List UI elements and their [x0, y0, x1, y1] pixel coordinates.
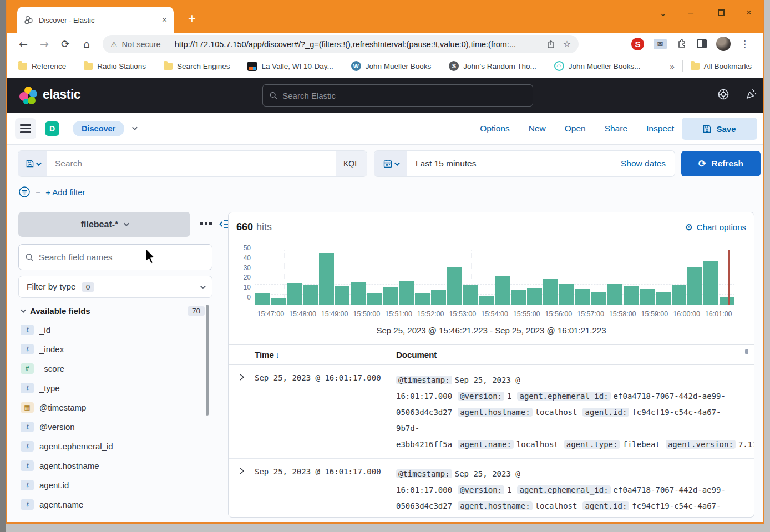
reload-icon[interactable]: ⟳ [55, 38, 76, 50]
bookmark-item[interactable]: Radio Stations [84, 62, 146, 70]
global-search-box[interactable] [262, 84, 533, 107]
histogram-bar[interactable] [255, 293, 270, 305]
share-icon[interactable] [546, 40, 555, 49]
histogram-bar[interactable] [287, 283, 302, 305]
field-item[interactable]: t_index [21, 343, 204, 355]
field-search-input[interactable] [39, 252, 205, 262]
bookmark-item[interactable]: Search Engines [164, 62, 230, 70]
hamburger-menu-button[interactable] [15, 118, 36, 139]
expand-row-icon[interactable] [239, 467, 245, 475]
histogram-bar[interactable] [687, 267, 702, 305]
profile-avatar[interactable] [716, 37, 731, 51]
bookmark-item[interactable]: SJohn's Random Tho... [449, 61, 536, 71]
back-icon[interactable]: ← [13, 38, 34, 50]
available-fields-header[interactable]: Available fields 70 [21, 306, 212, 316]
space-avatar[interactable]: D [45, 121, 59, 136]
address-bar[interactable]: ⚠ Not secure http://172.105.7.150/app/di… [103, 35, 579, 53]
chart-options-button[interactable]: ⚙ Chart options [685, 222, 746, 232]
field-item[interactable]: tagent.hostname [21, 459, 204, 472]
histogram-bar[interactable] [527, 288, 542, 305]
document-field-badge[interactable]: @version: [458, 392, 504, 401]
histogram-bar[interactable] [543, 279, 558, 305]
app-link-inspect[interactable]: Inspect [646, 124, 674, 134]
histogram-bar[interactable] [559, 284, 574, 305]
bookmark-item[interactable]: ◠John Mueller Books... [554, 61, 641, 71]
field-item[interactable]: #_score [21, 362, 204, 374]
field-item[interactable]: tagent.name [21, 498, 204, 510]
breadcrumb[interactable]: Discover [73, 121, 124, 136]
window-close-button[interactable]: × [738, 4, 760, 21]
chevron-down-icon[interactable] [132, 125, 138, 130]
tab-close-icon[interactable]: × [162, 15, 167, 25]
window-menu-icon[interactable]: ⌄ [652, 4, 674, 21]
add-filter-button[interactable]: + Add filter [45, 188, 85, 197]
browser-menu-icon[interactable]: ⋮ [740, 38, 749, 50]
histogram-bar[interactable] [463, 285, 478, 305]
histogram-bar[interactable] [399, 281, 414, 305]
histogram-bar[interactable] [319, 253, 334, 305]
histogram-bar[interactable] [575, 289, 590, 305]
kql-language-button[interactable]: KQL [336, 151, 367, 176]
norton-extension-icon[interactable]: S [631, 38, 644, 50]
document-field-badge[interactable]: agent.hostname: [458, 501, 532, 510]
histogram-bar[interactable] [607, 284, 622, 305]
field-search-box[interactable] [18, 244, 212, 270]
filter-by-type-select[interactable]: Filter by type 0 [18, 276, 212, 298]
histogram-bar[interactable] [703, 261, 718, 305]
document-field-badge[interactable]: agent.version: [666, 440, 736, 449]
histogram-bar[interactable] [447, 267, 462, 305]
new-tab-button[interactable]: + [184, 10, 200, 27]
document-field-badge[interactable]: agent.ephemeral_id: [517, 485, 610, 494]
bookmark-item[interactable]: WJohn Mueller Books [351, 61, 432, 71]
document-field-badge[interactable]: agent.id: [582, 501, 629, 510]
document-field-badge[interactable]: agent.name: [458, 440, 514, 449]
histogram-bar[interactable] [335, 286, 350, 305]
histogram-bar[interactable] [591, 292, 606, 305]
document-field-badge[interactable]: @timestamp: [396, 469, 452, 478]
extensions-puzzle-icon[interactable] [676, 38, 687, 49]
histogram-bar[interactable] [367, 293, 382, 305]
field-item[interactable]: t_id [21, 323, 204, 336]
side-panel-icon[interactable] [697, 39, 707, 48]
filter-icon[interactable] [18, 186, 31, 198]
saved-query-menu-button[interactable] [18, 151, 47, 176]
histogram-bar[interactable] [415, 293, 430, 305]
window-maximize-button[interactable] [710, 4, 732, 21]
bookmark-item[interactable]: La Valle, WI 10-Day... [247, 62, 333, 71]
app-link-share[interactable]: Share [605, 124, 627, 134]
kql-query-input[interactable] [47, 151, 336, 176]
histogram-bar[interactable] [511, 290, 526, 305]
app-link-new[interactable]: New [529, 124, 546, 134]
column-header-document[interactable]: Document [396, 350, 437, 359]
refresh-button[interactable]: ⟳ Refresh [681, 151, 761, 176]
expand-row-icon[interactable] [239, 373, 245, 381]
save-button[interactable]: Save [682, 118, 757, 140]
column-header-time[interactable]: Time↓ [255, 350, 280, 359]
url-text[interactable]: http://172.105.7.150/app/discover#/?_g=(… [175, 40, 539, 49]
time-range-value[interactable]: Last 15 minutes [407, 151, 612, 176]
histogram-bar[interactable] [479, 296, 494, 305]
histogram-bar[interactable] [495, 276, 510, 305]
bookmark-item[interactable]: Reference [18, 62, 66, 70]
home-icon[interactable]: ⌂ [76, 38, 97, 50]
show-dates-button[interactable]: Show dates [612, 151, 675, 176]
field-item[interactable]: ▦@timestamp [21, 401, 204, 413]
window-minimize-button[interactable]: – [680, 4, 702, 21]
bookmarks-overflow-icon[interactable]: » [670, 62, 674, 71]
index-options-icon[interactable] [200, 222, 212, 225]
date-quick-menu-button[interactable] [374, 151, 407, 176]
document-field-badge[interactable]: @timestamp: [396, 376, 452, 384]
whats-new-icon[interactable] [745, 88, 757, 100]
histogram-bar[interactable] [431, 290, 446, 305]
table-row[interactable]: Sep 25, 2023 @ 16:01:17.000@timestamp:Se… [229, 365, 754, 459]
index-pattern-selector[interactable]: filebeat-* [18, 212, 190, 237]
histogram-bar[interactable] [303, 285, 318, 305]
histogram-bar[interactable] [640, 289, 655, 305]
fields-scrollbar[interactable] [206, 305, 209, 416]
global-search-input[interactable] [282, 91, 526, 100]
document-field-badge[interactable]: @version: [458, 485, 504, 494]
histogram-bar[interactable] [672, 285, 687, 305]
histogram-chart[interactable]: 01020304050 [255, 250, 734, 305]
histogram-bar[interactable] [624, 286, 639, 305]
histogram-bar[interactable] [271, 298, 286, 305]
